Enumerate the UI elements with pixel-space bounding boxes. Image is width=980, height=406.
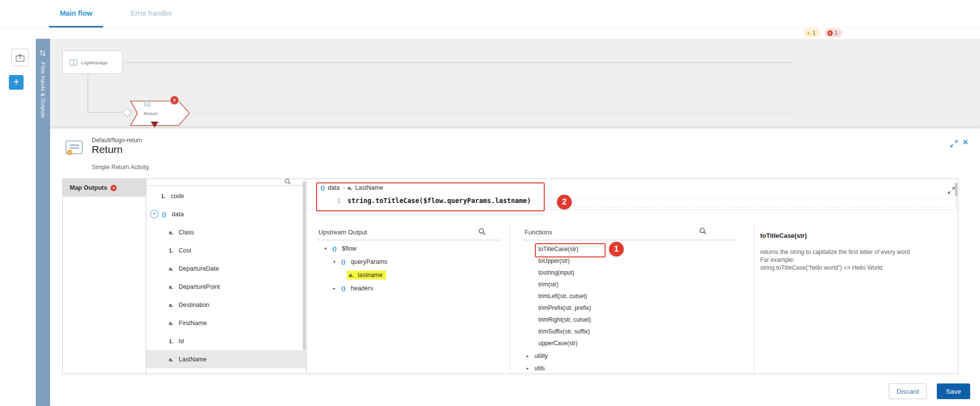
output-field-lastname[interactable]: a. LastName: [146, 350, 306, 368]
selected-node-pointer: [151, 122, 159, 127]
swap-arrows-icon: [39, 50, 46, 58]
output-field-departurepoint[interactable]: a. DeparturePoint: [146, 278, 306, 296]
tab-error-handler-label: Error handler: [131, 9, 172, 17]
output-field-departuredate[interactable]: a. DepartureDate: [146, 259, 306, 278]
upstream-node-label: headers: [351, 285, 373, 292]
doc-example: string.toTitleCase("hello world") => Hel…: [760, 264, 952, 272]
flow-tab-bar: Main flow Error handler: [0, 0, 980, 28]
function-toupper[interactable]: toUpper(str): [510, 255, 753, 267]
connector-line: [87, 112, 126, 113]
functions-search-icon[interactable]: [699, 227, 707, 237]
return-node-shape: [130, 101, 190, 126]
output-fields-column: 1. code ▾ {} data a. Class 1. Cost: [146, 179, 307, 374]
activity-breadcrumb: Default/flogo-return: [92, 137, 142, 144]
function-uppercase[interactable]: upperCase(str): [510, 337, 753, 349]
return-icon: [144, 101, 151, 106]
upstream-node-headers[interactable]: ▸ {} headers: [307, 281, 508, 295]
annotation-step-1: 1: [609, 242, 624, 256]
discard-button[interactable]: Discard: [889, 383, 927, 399]
activity-title: Return: [92, 144, 123, 155]
output-field-label: Destination: [179, 302, 210, 308]
tab-main-flow-label: Main flow: [60, 9, 92, 17]
editor-bottom-border: [307, 209, 958, 210]
output-field-label: DeparturePoint: [179, 283, 220, 290]
error-count-badge[interactable]: × 1: [825, 28, 842, 37]
upstream-node-label: lastname: [358, 272, 383, 279]
output-field-label: FirstName: [179, 320, 207, 327]
upstream-search-icon[interactable]: [478, 228, 486, 238]
flow-io-strip[interactable]: Flow Inputs & Outputs: [36, 39, 50, 406]
object-type-icon: {}: [162, 211, 172, 217]
close-panel-icon[interactable]: ×: [963, 137, 968, 148]
string-type-icon: a.: [169, 266, 179, 272]
lastname-highlight: a. lastname: [347, 271, 386, 279]
functions-list: toTitleCase(str) toUpper(str) tostring(i…: [510, 243, 753, 349]
function-trim[interactable]: trim(str): [510, 279, 753, 290]
editor-line-number: 1: [332, 198, 341, 204]
chevron-right-icon[interactable]: ▸: [333, 286, 341, 291]
svg-text:GO: GO: [68, 151, 72, 154]
export-flow-button[interactable]: [11, 49, 29, 66]
chevron-down-icon[interactable]: ▾: [324, 246, 332, 251]
flogo-designer: Main flow Error handler ▲ 1 × 1 LogMessa…: [0, 0, 980, 406]
add-activity-button[interactable]: +: [9, 75, 24, 90]
output-field-destination[interactable]: a. Destination: [146, 296, 306, 314]
expand-editor-icon[interactable]: [948, 187, 955, 196]
chevron-down-icon[interactable]: ▾: [333, 259, 341, 264]
collapse-chevron-icon[interactable]: ▾: [150, 210, 159, 218]
object-type-icon: {}: [341, 285, 351, 291]
function-group-utility[interactable]: ▸ utility: [510, 350, 753, 362]
return-error-badge[interactable]: ×: [170, 96, 179, 104]
node-return[interactable]: Return: [130, 101, 190, 126]
output-field-label: Class: [179, 229, 194, 236]
annotation-step-1-number: 1: [614, 244, 618, 254]
upstream-node-queryparams[interactable]: ▾ {} queryParams: [307, 255, 508, 268]
output-field-class[interactable]: a. Class: [146, 223, 306, 241]
expression-code[interactable]: string.toTitleCase($flow.queryParams.las…: [347, 197, 531, 204]
function-trimleft[interactable]: trimLeft(str, cutset): [510, 290, 753, 302]
function-tostring[interactable]: tostring(input): [510, 267, 753, 279]
number-type-icon: 1.: [169, 248, 179, 254]
breadcrumb-leaf: LastName: [355, 184, 383, 191]
upstream-node-lastname[interactable]: a. lastname: [307, 268, 508, 281]
upstream-output-title: Upstream Output: [318, 228, 367, 236]
upstream-node-flow[interactable]: ▾ {} $flow: [307, 242, 508, 255]
number-type-icon: 1.: [161, 193, 171, 199]
tab-error-handler[interactable]: Error handler: [120, 0, 183, 27]
output-fields-tree: 1. code ▾ {} data a. Class 1. Cost: [146, 187, 306, 368]
string-type-icon: a.: [169, 229, 179, 235]
output-field-cost[interactable]: 1. Cost: [146, 241, 306, 259]
left-toolbar: +: [0, 39, 36, 406]
export-icon: [16, 53, 25, 62]
warning-count-badge[interactable]: ▲ 1: [804, 28, 820, 37]
function-trimsuffix[interactable]: trimSuffix(str, suffix): [510, 326, 753, 337]
mapper-container: Map Outputs × 1. code: [62, 178, 958, 374]
annotation-step-2-number: 2: [562, 197, 566, 207]
output-field-data[interactable]: ▾ {} data: [146, 205, 306, 223]
editor-scrollbar[interactable]: [955, 183, 957, 207]
breadcrumb-separator: ›: [343, 184, 344, 191]
output-field-code[interactable]: 1. code: [146, 187, 306, 205]
output-field-label: code: [171, 193, 184, 200]
function-group-utils[interactable]: ▸ utils: [510, 362, 753, 374]
output-search-input[interactable]: [146, 179, 306, 186]
editor-guide-line: [546, 207, 954, 208]
upstream-node-label: $flow: [342, 245, 356, 252]
warning-count: 1: [813, 30, 816, 36]
object-type-icon: {}: [320, 185, 325, 191]
output-field-id[interactable]: 1. Id: [146, 332, 306, 350]
output-tree-scrollbar[interactable]: [303, 181, 306, 350]
function-trimright[interactable]: trimRight(str, cutset): [510, 314, 753, 326]
function-totitlecase[interactable]: toTitleCase(str): [510, 243, 753, 255]
save-button[interactable]: Save: [937, 383, 970, 399]
function-trimprefix[interactable]: trimPrefix(str, prefix): [510, 302, 753, 314]
error-icon: ×: [827, 30, 833, 36]
node-logmessage[interactable]: LogMessage: [62, 51, 123, 74]
expression-breadcrumb: {} data › a. LastName: [320, 183, 383, 193]
maximize-panel-icon[interactable]: [950, 140, 958, 150]
map-outputs-tab[interactable]: Map Outputs ×: [63, 179, 146, 197]
output-field-firstname[interactable]: a. FirstName: [146, 314, 306, 332]
tab-main-flow[interactable]: Main flow: [49, 0, 103, 27]
number-type-icon: 1.: [169, 338, 179, 344]
string-type-icon: a.: [169, 356, 179, 362]
